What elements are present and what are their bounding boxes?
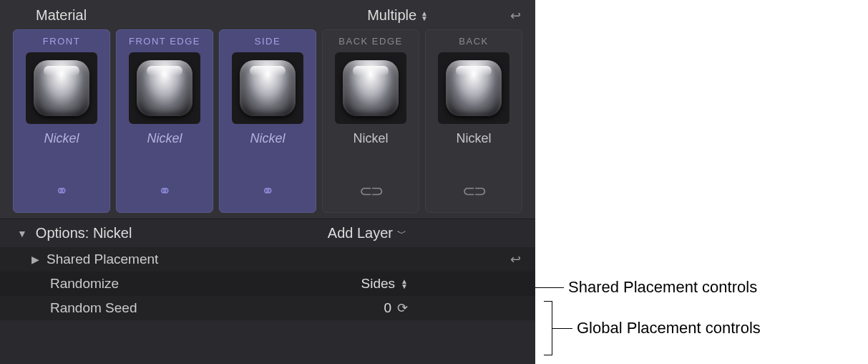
reset-icon[interactable]: ↩︎ [510,8,521,24]
random-seed-value[interactable]: 0 [384,300,391,316]
callout-global-placement: Global Placement controls [544,301,761,355]
options-header: ▼ Options: Nickel Add Layer ﹀ [0,219,535,247]
add-layer-dropdown[interactable]: Add Layer ﹀ [328,225,406,241]
callout-text: Shared Placement controls [568,278,757,297]
shared-placement-row: ▶ Shared Placement ↩︎ [0,247,535,272]
tile-face-label: BACK [459,36,488,47]
add-layer-label: Add Layer [328,225,393,241]
tile-side[interactable]: SIDE Nickel ⚭ [219,29,316,213]
random-seed-row: Random Seed 0 ⟳ [0,296,535,320]
randomize-row: Randomize Sides ▲▼ [0,272,535,296]
material-header: Material Multiple ▲▼ ↩︎ [0,0,535,29]
updown-icon: ▲▼ [401,279,408,289]
material-preview [335,52,406,124]
unlink-icon[interactable]: ⊂⊃ [359,182,382,201]
tile-back-edge[interactable]: BACK EDGE Nickel ⊂⊃ [322,29,419,213]
tile-material-name: Nickel [353,131,388,146]
tile-face-label: SIDE [255,36,281,47]
link-icon[interactable]: ⚭ [55,182,68,201]
tile-material-name: Nickel [456,131,491,146]
material-title: Material [36,7,367,24]
randomize-dropdown[interactable]: Sides ▲▼ [361,276,408,292]
link-icon[interactable]: ⚭ [158,182,171,201]
tile-material-name: Nickel [250,131,285,146]
annotations-area: Shared Placement controls Global Placeme… [535,0,868,364]
randomize-label: Randomize [50,276,361,292]
material-panel: Material Multiple ▲▼ ↩︎ FRONT Nickel ⚭ F… [0,0,535,364]
randomize-value: Sides [361,276,396,292]
material-preview [26,52,97,124]
random-seed-label: Random Seed [50,300,384,316]
tile-front[interactable]: FRONT Nickel ⚭ [13,29,110,213]
material-preset-dropdown[interactable]: Multiple ▲▼ [367,7,428,24]
options-title: Options: Nickel [36,225,328,241]
material-preview [232,52,303,124]
material-preview [129,52,200,124]
callout-shared-placement: Shared Placement controls [535,278,757,297]
disclosure-triangle-icon[interactable]: ▼ [17,228,27,239]
tile-face-label: BACK EDGE [338,36,402,47]
tile-face-label: FRONT EDGE [129,36,200,47]
material-preview [438,52,509,124]
tile-back[interactable]: BACK Nickel ⊂⊃ [425,29,522,213]
randomize-icon[interactable]: ⟳ [397,300,408,316]
material-tiles: FRONT Nickel ⚭ FRONT EDGE Nickel ⚭ SIDE … [0,29,535,219]
chevron-down-icon: ﹀ [397,227,406,240]
tile-front-edge[interactable]: FRONT EDGE Nickel ⚭ [116,29,213,213]
shared-placement-label: Shared Placement [47,252,510,267]
callout-text: Global Placement controls [577,319,761,337]
tile-material-name: Nickel [44,131,79,146]
updown-icon: ▲▼ [421,11,428,21]
tile-face-label: FRONT [43,36,80,47]
unlink-icon[interactable]: ⊂⊃ [462,182,485,201]
random-seed-value-group: 0 ⟳ [384,300,408,316]
link-icon[interactable]: ⚭ [261,182,274,201]
reset-icon[interactable]: ↩︎ [510,252,521,267]
disclosure-triangle-icon[interactable]: ▶ [31,254,39,265]
material-preset-value: Multiple [367,7,416,24]
tile-material-name: Nickel [147,131,182,146]
